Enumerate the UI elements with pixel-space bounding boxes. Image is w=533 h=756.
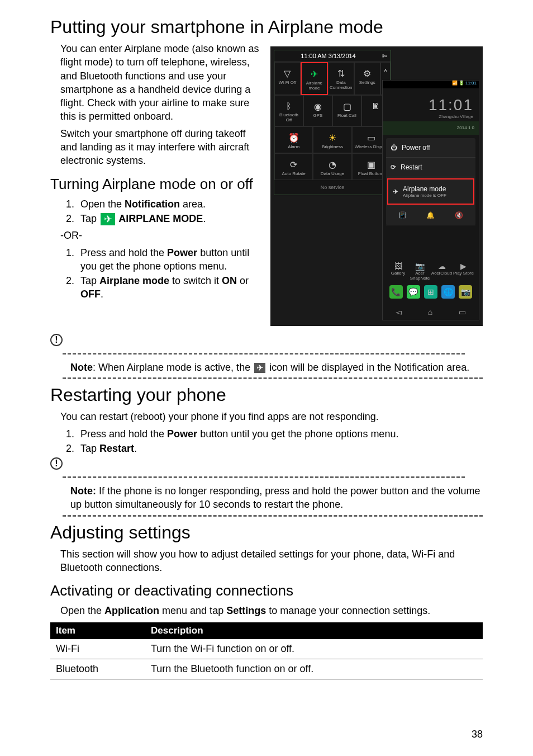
note-text-airplane: Note: When Airplane mode is active, the … [70,361,483,374]
power-menu-sound-row: 📳 🔔 🔇 [386,206,475,225]
list-item: Press and hold the Power button until yo… [77,427,483,441]
home-icon: ⌂ [428,308,432,316]
qs-tile-airplane: ✈Airplane mode [301,62,328,95]
power-menu-poweroff: ⏻Power off [386,138,475,158]
paragraph-airplane-warning: Switch your smartphone off during takeof… [60,127,273,168]
table-cell-item: Wi-Fi [50,639,145,659]
data-icon: ⇅ [330,68,353,79]
table-cell-item: Bluetooth [50,659,145,679]
qs-time: 11:00 AM 3/13/2014 ✄ [274,50,391,62]
cloud-icon: ☁ [431,262,453,271]
brightness-icon: ☀ [315,133,350,143]
ordered-list-restart: Press and hold the Power button until yo… [75,427,483,456]
camera-dock-icon: 📷 [459,285,472,299]
figure-airplane-mode-screenshot: 11:00 AM 3/13/2014 ✄ ▽Wi-Fi Off ✈Airplan… [270,46,483,326]
table-header-item: Item [50,622,145,639]
rotate-icon: ⟳ [276,159,311,170]
heading-restarting: Restarting your phone [50,385,483,405]
table-row: Wi-Fi Turn the Wi-Fi function on or off. [50,639,483,659]
list-item: Tap Restart. [77,442,483,455]
gallery-icon: 🖼 [387,262,409,271]
note-force-restart: ! [50,459,483,481]
usage-icon: ◔ [315,159,350,170]
heading-adjusting-settings: Adjusting settings [50,522,483,543]
note-text-force-restart: Note: If the phone is no longer respondi… [70,484,483,512]
heading-airplane-mode: Putting your smartphone in Airplane mode [50,17,483,37]
messages-icon: 💬 [407,285,420,299]
phone-app-row: 🖼Gallery 📷Acer SnapNote ☁AcerCloud ▶Play… [383,259,479,283]
apps-icon: ⊞ [424,285,437,299]
phone-nav-buttons: ◅ ⌂ ▭ [383,308,479,316]
quick-settings-panel: 11:00 AM 3/13/2014 ✄ ▽Wi-Fi Off ✈Airplan… [274,50,391,195]
power-options-menu: ⏻Power off ⟳Restart ✈Airplane modeAirpla… [386,138,475,225]
scissors-icon: ✄ [382,53,387,60]
qs-no-service: No service [274,180,391,195]
dialer-icon: 📞 [389,285,403,299]
bluetooth-icon: ᛒ [276,101,302,111]
qs-tile-gps: ◉GPS [303,95,332,126]
qs-tile-bluetooth: ᛒBluetooth Off [274,95,303,126]
qs-tile-floatcall: ▢Float Call [332,95,361,126]
vibrate-icon: 📳 [398,211,407,219]
wifi-icon: ▽ [276,68,299,79]
sound-on-icon: 🔔 [426,211,435,219]
back-icon: ◅ [396,308,402,316]
table-header-description: Description [145,622,483,639]
camera-icon: 📷 [409,262,431,271]
chevron-up-icon: ˄ [382,68,389,79]
qs-tile-brightness: ☀Brightness [313,126,351,153]
phone-weather-bar: 2014 1 0 [383,121,479,135]
alarm-icon: ⏰ [276,133,311,143]
browser-icon: 🌐 [441,285,455,299]
recent-icon: ▭ [459,308,466,316]
airplane-icon: ✈ [303,69,326,79]
play-icon: ▶ [453,262,474,271]
power-icon: ⏻ [391,144,397,152]
note-airplane-icon: ! [50,335,483,357]
qs-tile-datausage: ◔Data Usage [313,153,351,180]
phone-icon: ▢ [334,101,360,112]
phone-clock-widget: 11:01 Zhangshu Village [383,88,479,121]
qs-tile-data: ⇅Data Connection [328,62,354,95]
alert-icon: ! [50,334,63,346]
airplane-icon: ✈ [254,363,265,373]
restart-icon: ⟳ [391,163,396,171]
phone-statusbar: 📶 🔋 11:01 [383,81,479,88]
paragraph-airplane-intro: You can enter Airplane mode (also known … [60,42,273,124]
alert-icon: ! [50,457,63,470]
phone-dock: 📞 💬 ⊞ 🌐 📷 [383,283,479,301]
page-number: 38 [472,729,483,740]
power-menu-restart: ⟳Restart [386,158,475,177]
qs-tile-alarm: ⏰Alarm [274,126,313,153]
phone-power-menu-screenshot: 📶 🔋 11:01 11:01 Zhangshu Village 2014 1 … [382,80,479,320]
table-row: Bluetooth Turn the Bluetooth function on… [50,659,483,679]
qs-tile-wifi: ▽Wi-Fi Off [274,62,301,95]
paragraph-connections-intro: Open the Application menu and tap Settin… [60,604,483,617]
gear-icon: ⚙ [356,68,379,79]
qs-tile-settings: ⚙Settings [354,62,380,95]
gps-icon: ◉ [305,101,331,112]
paragraph-adjust-intro: This section will show you how to adjust… [60,547,483,575]
airplane-icon: ✈ [101,213,115,225]
paragraph-restart-intro: You can restart (reboot) your phone if y… [60,410,483,423]
power-menu-airplane: ✈Airplane modeAirplane mode is OFF [387,178,474,205]
qs-tile-autorotate: ⟳Auto Rotate [274,153,313,180]
heading-activating-connections: Activating or deactivating connections [50,582,483,599]
sound-off-icon: 🔇 [455,211,463,219]
table-cell-desc: Turn the Wi-Fi function on or off. [145,639,483,659]
airplane-icon: ✈ [393,188,398,196]
settings-table: Item Description Wi-Fi Turn the Wi-Fi fu… [50,622,483,679]
table-cell-desc: Turn the Bluetooth function on or off. [145,659,483,679]
